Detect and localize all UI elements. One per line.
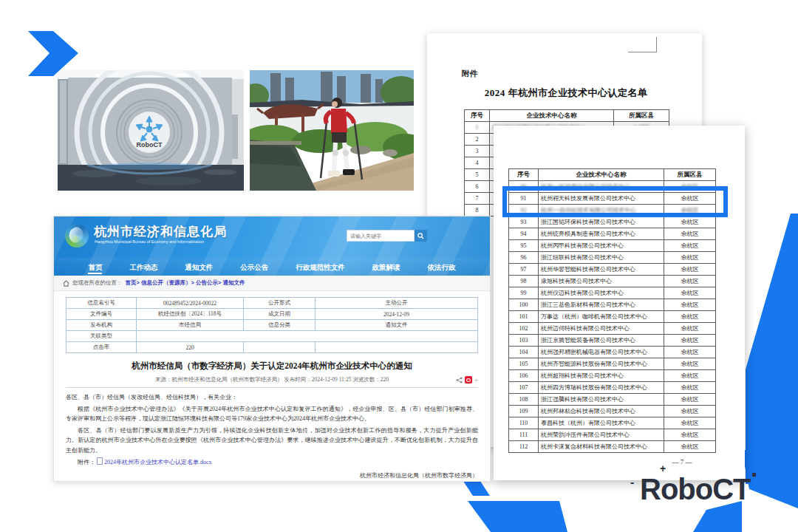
cell-district: 余杭区 <box>664 406 716 417</box>
logo-minus-mark: - <box>630 476 634 489</box>
cell-no: 4 <box>465 157 490 169</box>
table-row: 110泰昌科技（杭州）有限公司技术中心余杭区 <box>509 417 716 429</box>
cell-name: 浙江国韬环保科技有限公司技术中心 <box>539 216 664 228</box>
cell-no: 106 <box>509 370 539 382</box>
cell-no: 2 <box>465 134 490 146</box>
cell-no: 98 <box>509 276 539 287</box>
search-icon <box>417 233 424 239</box>
cell-no: 108 <box>509 394 539 406</box>
roboct-logo: - + RoboCT <box>640 468 751 510</box>
cell-district: 余杭区 <box>664 311 716 323</box>
article-body: 各区、县（市）经信局（发改经信局、经信科技局），有关企业： 根据《杭州市企业技术… <box>66 392 478 482</box>
search-button[interactable] <box>415 230 427 242</box>
nav-item-4[interactable]: 行政规范性文件 <box>296 259 345 274</box>
cell-name: 杭州荣韵冲压件有限公司技术中心 <box>539 429 664 441</box>
col-header-no: 序号 <box>509 169 539 181</box>
cell-name: 杭州丙甲科技有限公司技术中心 <box>539 240 664 252</box>
cell-no: 110 <box>509 417 539 429</box>
home-icon <box>63 280 69 287</box>
cell-no: 99 <box>509 287 539 299</box>
cell-district: 余杭区 <box>664 287 716 299</box>
doc-file-icon <box>97 457 103 465</box>
info-label: 关联类型 <box>66 331 137 342</box>
info-label: 公开形式 <box>244 298 316 309</box>
cell-district: 余杭区 <box>664 382 716 394</box>
attachment-label: 附件 <box>462 69 477 79</box>
nav-item-6[interactable]: 依法行政 <box>427 259 455 274</box>
info-label: 发布机构 <box>66 320 137 331</box>
cell-district: 余杭区 <box>664 228 716 240</box>
roboct-wordmark: RoboCT <box>640 473 751 505</box>
article-title: 杭州市经信局（市数字经济局）关于认定2024年杭州市企业技术中心的通知 <box>66 361 478 372</box>
cell-no: 103 <box>509 335 539 347</box>
table-row: 112杭州卡涞复合材料科技有限公司技术中心余杭区 <box>509 441 716 453</box>
cell-name: 杭州仪迈科技有限公司技术中心 <box>539 287 664 299</box>
info-row: 点击率220 <box>66 342 478 353</box>
table-row: 98康旭科技有限公司技术中心余杭区 <box>509 276 716 287</box>
cell-district: 余杭区 <box>664 335 716 347</box>
cell-no: 104 <box>509 347 539 358</box>
table-row: 95杭州丙甲科技有限公司技术中心余杭区 <box>509 240 716 252</box>
cell-name: 杭州华翌智能科技有限公司技术中心 <box>539 264 664 276</box>
table-row: 103浙江京腾智能装备有限公司技术中心余杭区 <box>509 335 716 347</box>
cell-district: 余杭区 <box>664 252 716 264</box>
info-label: 信息分类 <box>244 320 316 331</box>
attachment-link[interactable]: 2024年杭州市企业技术中心认定名单.docx <box>104 459 212 466</box>
org-name-en: Hangzhou Municipal Bureau of Economy and… <box>95 239 204 244</box>
info-value: 220 <box>137 342 244 353</box>
table-row: 101万事达（杭州）咖啡机有限公司技术中心余杭区 <box>509 311 716 323</box>
signer: 杭州市经济和信息化局（杭州市数字经济局） <box>66 470 478 481</box>
cell-district: 余杭区 <box>664 358 716 370</box>
salutation: 各区、县（市）经信局（发改经信局、经信科技局），有关企业： <box>66 392 478 403</box>
cell-name: 杭州强邦精密机械电器有限公司技术中心 <box>539 347 664 358</box>
cell-no: 105 <box>509 358 539 370</box>
cell-no: 8 <box>465 205 490 216</box>
share-icon[interactable] <box>456 377 463 383</box>
chevron-arrow-shape <box>28 31 78 76</box>
gov-website-card: 杭州市经济和信息化局 Hangzhou Municipal Bureau of … <box>53 216 491 482</box>
table-row: 104杭州强邦精密机械电器有限公司技术中心余杭区 <box>509 347 716 358</box>
info-label <box>244 342 316 353</box>
table-row: 97杭州华翌智能科技有限公司技术中心余杭区 <box>509 264 716 276</box>
cell-no: 97 <box>509 264 539 276</box>
cell-name: 杭州统奔模具制造有限公司技术中心 <box>539 228 664 240</box>
nav-item-0[interactable]: 首页 <box>88 259 102 274</box>
cell-name: 浙江纽联科技有限公司技术中心 <box>539 252 664 264</box>
attachment-line: 附件：2024年杭州市企业技术中心认定名单.docx <box>66 457 478 468</box>
nav-item-5[interactable]: 政策解读 <box>372 259 400 274</box>
search-input[interactable] <box>347 230 415 242</box>
table-row: 106杭州超翔科技有限公司技术中心余杭区 <box>509 370 716 382</box>
nav-item-1[interactable]: 工作动态 <box>129 259 157 274</box>
more-share-icon[interactable]: + <box>474 376 478 383</box>
weibo-share-icon[interactable] <box>465 376 472 383</box>
info-row: 发布机构市经信局信息分类通知文件 <box>66 320 478 331</box>
table-row: 105杭州齐智能源科技股份有限公司技术中心余杭区 <box>509 358 716 370</box>
cell-name: 杭州齐智能源科技股份有限公司技术中心 <box>539 358 664 370</box>
cell-district: 余杭区 <box>664 299 716 311</box>
info-label: 信息索引号 <box>66 298 137 309</box>
cell-name: 万事达（杭州）咖啡机有限公司技术中心 <box>539 311 664 323</box>
cell-name: 杭州卡涞复合材料科技有限公司技术中心 <box>539 441 664 453</box>
cell-district: 余杭区 <box>664 394 716 406</box>
cell-district: 余杭区 <box>664 240 716 252</box>
nav-item-3[interactable]: 公示公告 <box>240 259 268 274</box>
info-label: 成文日期 <box>244 309 316 320</box>
cell-name: 浙江三基色新材料有限公司技术中心 <box>539 299 664 311</box>
info-value: 通知文件 <box>316 320 478 331</box>
nav-item-2[interactable]: 通知文件 <box>185 259 213 274</box>
cell-no: 96 <box>509 252 539 264</box>
table-row: 99杭州仪迈科技有限公司技术中心余杭区 <box>509 287 716 299</box>
info-row: 关联类型 <box>66 331 478 342</box>
info-table-body: 信息索引号002489452/2024-00022公开形式主动公开文件编号杭经信… <box>66 298 478 353</box>
row-91-highlight-box <box>502 186 728 217</box>
front-doc-table-body: 90杭州××科技股份有限公司技术中心余杭区91杭州程天科技发展有限公司技术中心余… <box>509 181 716 453</box>
cell-no: 95 <box>509 240 539 252</box>
cell-no: 1 <box>465 122 490 134</box>
collage-canvas: 附件 2024 年杭州市企业技术中心认定名单 序号 企业技术中心名称 所属区县 … <box>0 0 798 532</box>
col-header-name: 企业技术中心名称 <box>539 169 664 181</box>
sign-date: 2024年12月5日 <box>66 481 478 482</box>
table-row: 107杭州四方博瑞科技股份有限公司技术中心余杭区 <box>509 382 716 394</box>
table-row: 94杭州统奔模具制造有限公司技术中心余杭区 <box>509 228 716 240</box>
logo-square-dot <box>752 473 756 477</box>
breadcrumb-path[interactable]: 首页> 信息公开（资源库）> 公告公示> 通知文件 <box>126 279 245 287</box>
